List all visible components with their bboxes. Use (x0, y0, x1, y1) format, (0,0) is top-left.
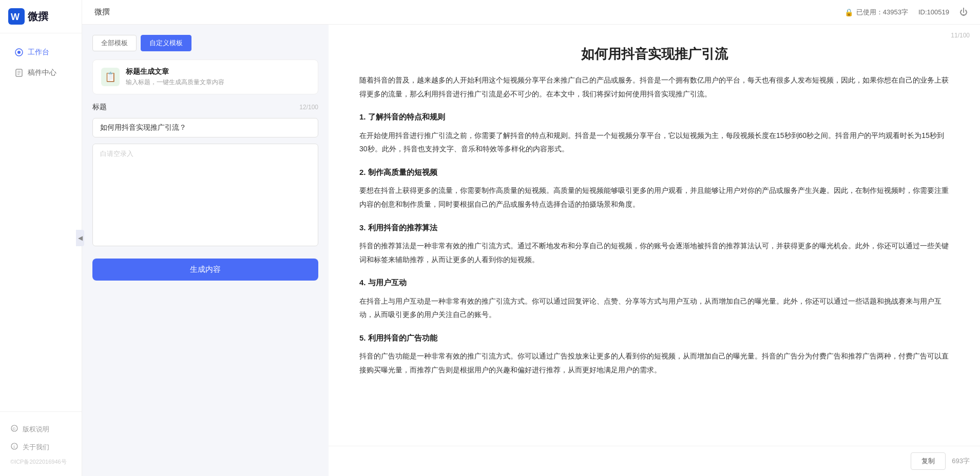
template-tabs: 全部模板 自定义模板 (92, 35, 318, 51)
logo-icon: W (8, 8, 25, 25)
article-h2: 2. 制作高质量的短视频 (359, 165, 949, 180)
title-label: 标题 (92, 103, 107, 112)
article-intro: 随着抖音的普及，越来越多的人开始利用这个短视频分享平台来推广自己的产品或服务。抖… (359, 73, 949, 101)
icp-text: ©ICP备2022016946号 (0, 456, 82, 468)
generate-button[interactable]: 生成内容 (92, 259, 318, 281)
sidebar-item-workbench[interactable]: 工作台 (4, 43, 78, 62)
power-icon[interactable]: ⏻ (959, 8, 968, 17)
article-p5: 抖音的广告功能是一种非常有效的推广引流方式。你可以通过广告投放来让更多的人看到你… (359, 349, 949, 376)
template-card-title-article[interactable]: 📋 标题生成文章 输入标题，一键生成高质量文章内容 (92, 60, 318, 94)
template-card-name: 标题生成文章 (126, 67, 310, 76)
about-item[interactable]: i 关于我们 (0, 438, 82, 456)
sidebar-item-workbench-label: 工作台 (28, 48, 49, 57)
about-label: 关于我们 (23, 443, 49, 452)
right-panel: 11/100 如何用抖音实现推广引流 随着抖音的普及，越来越多的人开始利用这个短… (329, 25, 980, 476)
sidebar-item-drafts[interactable]: 稿件中心 (4, 63, 78, 83)
article-h5: 5. 利用抖音的广告功能 (359, 331, 949, 346)
about-icon: i (10, 442, 18, 452)
logo-area: W 微撰 (0, 0, 82, 33)
svg-text:©: © (13, 427, 16, 431)
title-input[interactable] (92, 118, 318, 137)
svg-text:i: i (14, 444, 15, 449)
copyright-item[interactable]: © 版权说明 (0, 420, 82, 438)
article-title: 如何用抖音实现推广引流 (359, 45, 949, 63)
main-nav: 工作台 稿件中心 (0, 33, 82, 411)
template-card-info: 标题生成文章 输入标题，一键生成高质量文章内容 (126, 67, 310, 87)
article-h1: 1. 了解抖音的特点和规则 (359, 110, 949, 125)
lock-icon: 🔒 (844, 8, 853, 16)
usage-label: 已使用：43953字 (856, 8, 908, 17)
article-h3: 3. 利用抖音的推荐算法 (359, 221, 949, 235)
sidebar-footer: © 版权说明 i 关于我们 ©ICP备2022016946号 (0, 411, 82, 476)
sidebar-item-drafts-label: 稿件中心 (28, 68, 56, 77)
article-p1: 在开始使用抖音进行推广引流之前，你需要了解抖音的特点和规则。抖音是一个短视频分享… (359, 129, 949, 156)
template-card-desc: 输入标题，一键生成高质量文章内容 (126, 78, 310, 87)
copyright-icon: © (10, 424, 18, 434)
article-h4: 4. 与用户互动 (359, 275, 949, 290)
content-area: 全部模板 自定义模板 📋 标题生成文章 输入标题，一键生成高质量文章内容 标题 … (82, 25, 980, 476)
collapse-arrow[interactable]: ◀ (82, 230, 84, 246)
svg-point-3 (17, 51, 21, 54)
copyright-label: 版权说明 (23, 425, 49, 434)
title-counter: 12/100 (299, 104, 318, 111)
article-page-info: 11/100 (951, 32, 970, 39)
article-body[interactable]: 随着抖音的普及，越来越多的人开始利用这个短视频分享平台来推广自己的产品或服务。抖… (329, 73, 980, 446)
logo-text: 微撰 (28, 10, 48, 24)
sidebar: W 微撰 工作台 稿件中心 (0, 0, 82, 476)
left-panel: 全部模板 自定义模板 📋 标题生成文章 输入标题，一键生成高质量文章内容 标题 … (82, 25, 329, 476)
copy-button[interactable]: 复制 (911, 452, 946, 470)
form-section: 标题 12/100 (92, 103, 318, 246)
article-footer: 复制 693字 (329, 446, 980, 476)
title-label-row: 标题 12/100 (92, 103, 318, 112)
article-header: 如何用抖音实现推广引流 (329, 25, 980, 73)
user-id: ID:100519 (918, 8, 949, 16)
header-right: 🔒 已使用：43953字 ID:100519 ⏻ (844, 8, 968, 17)
main-area: 微撰 🔒 已使用：43953字 ID:100519 ⏻ 全部模板 自定义模板 📋… (82, 0, 980, 476)
article-p2: 要想在抖音上获得更多的流量，你需要制作高质量的短视频。高质量的短视频能够吸引更多… (359, 184, 949, 211)
tab-custom-templates[interactable]: 自定义模板 (141, 35, 191, 51)
content-textarea[interactable] (92, 144, 318, 246)
article-p4: 在抖音上与用户互动是一种非常有效的推广引流方式。你可以通过回复评论、点赞、分享等… (359, 294, 949, 322)
template-card-icon: 📋 (101, 68, 120, 86)
svg-text:W: W (11, 12, 20, 22)
article-p3: 抖音的推荐算法是一种非常有效的推广引流方式。通过不断地发布和分享自己的短视频，你… (359, 239, 949, 266)
header: 微撰 🔒 已使用：43953字 ID:100519 ⏻ (82, 0, 980, 25)
header-title: 微撰 (94, 7, 110, 17)
word-count: 693字 (952, 457, 970, 466)
usage-info: 🔒 已使用：43953字 (844, 8, 908, 17)
tab-all-templates[interactable]: 全部模板 (92, 35, 137, 51)
workbench-icon (14, 48, 24, 57)
drafts-icon (14, 68, 24, 77)
